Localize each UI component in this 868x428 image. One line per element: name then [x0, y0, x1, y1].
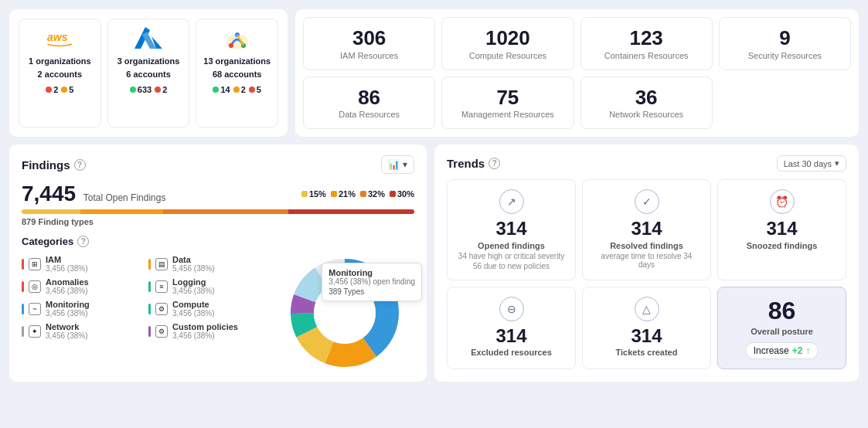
mgmt-count: 75 — [448, 87, 567, 109]
network-cat-icon: ✦ — [29, 325, 41, 338]
network-count: 36 — [587, 87, 706, 109]
findings-title: Findings ? — [22, 158, 86, 172]
azure-card[interactable]: 3 organizations 6 accounts 633 2 — [107, 19, 190, 127]
data-count: 86 — [310, 87, 428, 109]
categories-right-list: ▤ Data5,456 (38%) ≡ Logging3,456 (38%) ⚙… — [148, 255, 267, 371]
trends-grid: ↗ 314 Opened findings 34 have high or cr… — [447, 179, 846, 369]
aws-badges: 2 5 — [26, 85, 94, 94]
percent-badges: 15% 21% 32% 30% — [301, 189, 414, 199]
aws-logo: aws — [26, 27, 94, 52]
findings-help-icon[interactable]: ? — [74, 159, 86, 171]
trend-card-overall[interactable]: 86 Overall posture Increase +2 ↑ — [717, 287, 846, 369]
svg-text:aws: aws — [47, 31, 68, 43]
aws-card[interactable]: aws 1 organizations 2 accounts 2 5 — [19, 19, 101, 127]
trend-card-snoozed[interactable]: ⏰ 314 Snoozed findings — [717, 179, 846, 280]
last-days-select[interactable]: Last 30 days ▾ — [777, 155, 846, 172]
gcp-orgs: 13 organizations 68 accounts — [203, 55, 271, 80]
aws-orgs: 1 organizations 2 accounts — [26, 55, 94, 80]
categories-title: Categories ? — [22, 236, 414, 247]
custom-policies-cat-icon: ⚙ — [155, 325, 168, 338]
categories-content: ⊞ IAM3,456 (38%) ◎ Anomalies3,456 (38%) … — [22, 255, 414, 371]
bar-chart-icon: 📊 — [388, 159, 400, 170]
resource-card-compute[interactable]: 1020 Compute Resources — [441, 17, 574, 70]
resource-card-containers[interactable]: 123 Containers Resources — [580, 17, 713, 70]
chart-toggle-button[interactable]: 📊 ▾ — [381, 155, 414, 174]
logging-cat-icon: ≡ — [155, 280, 168, 293]
findings-summary: 7,445 Total Open Findings 15% 21% 32% 30… — [22, 182, 414, 206]
resources-panel: 306 IAM Resources 1020 Compute Resources… — [295, 9, 859, 137]
cat-iam[interactable]: ⊞ IAM3,456 (38%) — [22, 255, 141, 273]
cat-network[interactable]: ✦ Network3,456 (38%) — [22, 322, 141, 340]
data-label: Data Resources — [310, 110, 428, 119]
cat-logging[interactable]: ≡ Logging3,456 (38%) — [148, 277, 267, 295]
tickets-created-icon: △ — [635, 297, 659, 321]
mgmt-label: Management Resources — [448, 110, 567, 119]
containers-label: Containers Resources — [587, 51, 706, 60]
svg-marker-1 — [70, 43, 73, 46]
trend-card-excluded[interactable]: ⊖ 314 Excluded resources — [447, 287, 576, 369]
trends-title: Trends ? — [447, 157, 500, 170]
findings-panel: Findings ? 📊 ▾ 7,445 Total Open Findings… — [9, 144, 427, 382]
chevron-down-icon: ▾ — [403, 159, 407, 170]
chart-tooltip: Monitoring 3,456 (38%) open finding 389 … — [322, 263, 422, 301]
cat-compute[interactable]: ⚙ Compute3,456 (38%) — [148, 300, 267, 318]
azure-badges: 633 2 — [114, 85, 183, 94]
iam-count: 306 — [310, 27, 428, 49]
data-cat-icon: ▤ — [155, 258, 168, 270]
categories-help-icon[interactable]: ? — [77, 236, 89, 247]
trend-card-tickets[interactable]: △ 314 Tickets created — [582, 287, 711, 369]
resource-card-iam[interactable]: 306 IAM Resources — [303, 17, 435, 70]
trend-card-resolved[interactable]: ✓ 314 Resolved findings average time to … — [582, 179, 711, 280]
findings-count: 7,445 Total Open Findings — [22, 182, 165, 206]
iam-label: IAM Resources — [310, 51, 428, 60]
anomalies-cat-icon: ◎ — [29, 280, 41, 293]
svg-point-6 — [229, 43, 233, 48]
categories-left-list: ⊞ IAM3,456 (38%) ◎ Anomalies3,456 (38%) … — [22, 255, 141, 371]
monitoring-cat-icon: ~ — [29, 303, 41, 315]
findings-progress-bar — [22, 209, 414, 214]
gcp-logo — [203, 27, 271, 52]
azure-logo — [114, 27, 183, 52]
security-label: Security Resources — [726, 51, 844, 60]
resolved-findings-icon: ✓ — [635, 189, 659, 214]
iam-cat-icon: ⊞ — [29, 258, 41, 270]
compute-label: Compute Resources — [448, 51, 567, 60]
cat-custom-policies[interactable]: ⚙ Custom policies3,456 (38%) — [148, 322, 267, 340]
security-count: 9 — [726, 27, 844, 49]
cloud-accounts-panel: aws 1 organizations 2 accounts 2 5 — [9, 9, 288, 137]
compute-cat-icon: ⚙ — [155, 303, 168, 315]
resource-card-mgmt[interactable]: 75 Management Resources — [441, 76, 574, 130]
containers-count: 123 — [587, 27, 706, 49]
empty-cell — [719, 76, 851, 130]
resource-card-security[interactable]: 9 Security Resources — [719, 17, 851, 70]
cat-anomalies[interactable]: ◎ Anomalies3,456 (38%) — [22, 277, 141, 295]
dropdown-chevron-icon: ▾ — [835, 158, 839, 168]
cat-data[interactable]: ▤ Data5,456 (38%) — [148, 255, 267, 273]
trends-help-icon[interactable]: ? — [488, 158, 500, 169]
trends-panel: Trends ? Last 30 days ▾ ↗ 314 Opened fin… — [434, 144, 859, 382]
azure-orgs: 3 organizations 6 accounts — [114, 55, 183, 80]
gcp-badges: 14 2 5 — [203, 85, 271, 94]
increase-badge: Increase +2 ↑ — [745, 342, 819, 359]
resource-card-data[interactable]: 86 Data Resources — [303, 76, 435, 130]
gcp-card[interactable]: 13 organizations 68 accounts 14 2 5 — [196, 19, 278, 127]
donut-chart-area: Monitoring 3,456 (38%) open finding 389 … — [275, 255, 414, 371]
categories-section: Categories ? ⊞ IAM3,456 (38%) ◎ Anomalie… — [22, 236, 414, 371]
snoozed-findings-icon: ⏰ — [770, 189, 795, 214]
network-label: Network Resources — [587, 110, 706, 119]
excluded-resources-icon: ⊖ — [499, 297, 524, 321]
resource-card-network[interactable]: 36 Network Resources — [580, 76, 713, 130]
trends-header: Trends ? Last 30 days ▾ — [447, 155, 846, 172]
compute-count: 1020 — [448, 27, 567, 49]
opened-findings-icon: ↗ — [499, 189, 524, 214]
cat-monitoring[interactable]: ~ Monitoring3,456 (38%) — [22, 300, 141, 318]
trend-card-opened[interactable]: ↗ 314 Opened findings 34 have high or cr… — [447, 179, 576, 280]
finding-types: 879 Finding types — [22, 217, 414, 226]
increase-arrow-icon: ↑ — [805, 345, 810, 356]
findings-header: Findings ? 📊 ▾ — [22, 155, 414, 174]
